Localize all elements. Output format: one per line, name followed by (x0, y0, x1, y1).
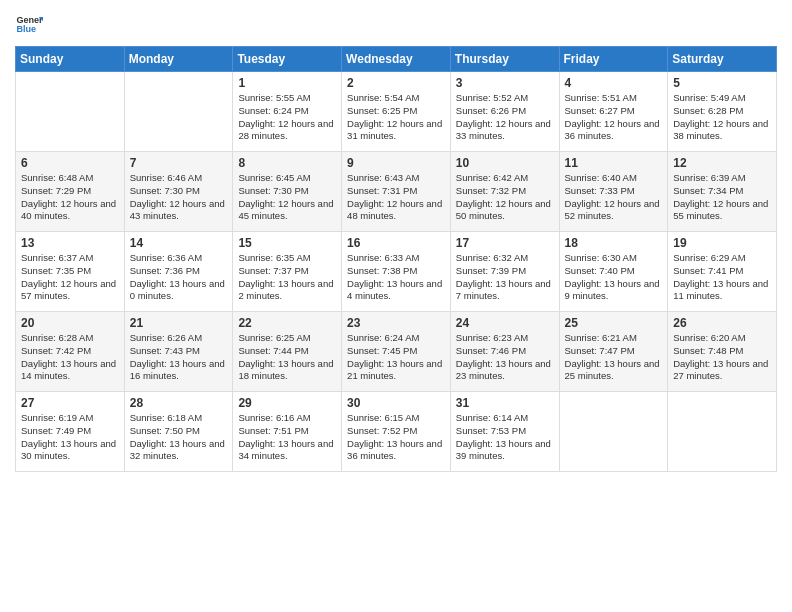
calendar-day-1: 1Sunrise: 5:55 AMSunset: 6:24 PMDaylight… (233, 72, 342, 152)
day-info: Sunrise: 6:26 AMSunset: 7:43 PMDaylight:… (130, 332, 228, 383)
calendar-week-row: 27Sunrise: 6:19 AMSunset: 7:49 PMDayligh… (16, 392, 777, 472)
day-number: 14 (130, 236, 228, 250)
weekday-header-row: SundayMondayTuesdayWednesdayThursdayFrid… (16, 47, 777, 72)
day-number: 12 (673, 156, 771, 170)
day-info: Sunrise: 6:15 AMSunset: 7:52 PMDaylight:… (347, 412, 445, 463)
calendar-empty-cell (16, 72, 125, 152)
calendar-day-19: 19Sunrise: 6:29 AMSunset: 7:41 PMDayligh… (668, 232, 777, 312)
calendar-week-row: 13Sunrise: 6:37 AMSunset: 7:35 PMDayligh… (16, 232, 777, 312)
day-info: Sunrise: 5:55 AMSunset: 6:24 PMDaylight:… (238, 92, 336, 143)
day-number: 13 (21, 236, 119, 250)
day-number: 8 (238, 156, 336, 170)
day-info: Sunrise: 6:42 AMSunset: 7:32 PMDaylight:… (456, 172, 554, 223)
calendar-day-16: 16Sunrise: 6:33 AMSunset: 7:38 PMDayligh… (342, 232, 451, 312)
calendar-day-27: 27Sunrise: 6:19 AMSunset: 7:49 PMDayligh… (16, 392, 125, 472)
calendar-day-13: 13Sunrise: 6:37 AMSunset: 7:35 PMDayligh… (16, 232, 125, 312)
day-info: Sunrise: 6:20 AMSunset: 7:48 PMDaylight:… (673, 332, 771, 383)
day-number: 17 (456, 236, 554, 250)
calendar-day-31: 31Sunrise: 6:14 AMSunset: 7:53 PMDayligh… (450, 392, 559, 472)
day-info: Sunrise: 6:43 AMSunset: 7:31 PMDaylight:… (347, 172, 445, 223)
day-number: 21 (130, 316, 228, 330)
day-number: 28 (130, 396, 228, 410)
calendar-day-11: 11Sunrise: 6:40 AMSunset: 7:33 PMDayligh… (559, 152, 668, 232)
day-info: Sunrise: 5:51 AMSunset: 6:27 PMDaylight:… (565, 92, 663, 143)
day-info: Sunrise: 6:29 AMSunset: 7:41 PMDaylight:… (673, 252, 771, 303)
calendar-day-29: 29Sunrise: 6:16 AMSunset: 7:51 PMDayligh… (233, 392, 342, 472)
day-info: Sunrise: 6:39 AMSunset: 7:34 PMDaylight:… (673, 172, 771, 223)
day-number: 6 (21, 156, 119, 170)
weekday-header-saturday: Saturday (668, 47, 777, 72)
day-info: Sunrise: 6:21 AMSunset: 7:47 PMDaylight:… (565, 332, 663, 383)
calendar-week-row: 1Sunrise: 5:55 AMSunset: 6:24 PMDaylight… (16, 72, 777, 152)
day-info: Sunrise: 6:28 AMSunset: 7:42 PMDaylight:… (21, 332, 119, 383)
day-info: Sunrise: 6:32 AMSunset: 7:39 PMDaylight:… (456, 252, 554, 303)
day-number: 22 (238, 316, 336, 330)
calendar-day-26: 26Sunrise: 6:20 AMSunset: 7:48 PMDayligh… (668, 312, 777, 392)
day-info: Sunrise: 6:45 AMSunset: 7:30 PMDaylight:… (238, 172, 336, 223)
calendar-day-5: 5Sunrise: 5:49 AMSunset: 6:28 PMDaylight… (668, 72, 777, 152)
day-number: 23 (347, 316, 445, 330)
day-number: 2 (347, 76, 445, 90)
day-info: Sunrise: 6:36 AMSunset: 7:36 PMDaylight:… (130, 252, 228, 303)
day-info: Sunrise: 5:54 AMSunset: 6:25 PMDaylight:… (347, 92, 445, 143)
day-number: 4 (565, 76, 663, 90)
day-number: 26 (673, 316, 771, 330)
calendar-empty-cell (559, 392, 668, 472)
day-info: Sunrise: 6:33 AMSunset: 7:38 PMDaylight:… (347, 252, 445, 303)
calendar-day-2: 2Sunrise: 5:54 AMSunset: 6:25 PMDaylight… (342, 72, 451, 152)
day-info: Sunrise: 5:49 AMSunset: 6:28 PMDaylight:… (673, 92, 771, 143)
day-number: 10 (456, 156, 554, 170)
day-info: Sunrise: 6:18 AMSunset: 7:50 PMDaylight:… (130, 412, 228, 463)
day-info: Sunrise: 6:30 AMSunset: 7:40 PMDaylight:… (565, 252, 663, 303)
calendar-day-12: 12Sunrise: 6:39 AMSunset: 7:34 PMDayligh… (668, 152, 777, 232)
day-info: Sunrise: 6:23 AMSunset: 7:46 PMDaylight:… (456, 332, 554, 383)
calendar-day-24: 24Sunrise: 6:23 AMSunset: 7:46 PMDayligh… (450, 312, 559, 392)
day-number: 9 (347, 156, 445, 170)
day-info: Sunrise: 6:40 AMSunset: 7:33 PMDaylight:… (565, 172, 663, 223)
day-info: Sunrise: 6:46 AMSunset: 7:30 PMDaylight:… (130, 172, 228, 223)
day-number: 11 (565, 156, 663, 170)
day-info: Sunrise: 6:48 AMSunset: 7:29 PMDaylight:… (21, 172, 119, 223)
weekday-header-monday: Monday (124, 47, 233, 72)
calendar-day-8: 8Sunrise: 6:45 AMSunset: 7:30 PMDaylight… (233, 152, 342, 232)
day-info: Sunrise: 6:37 AMSunset: 7:35 PMDaylight:… (21, 252, 119, 303)
calendar-day-17: 17Sunrise: 6:32 AMSunset: 7:39 PMDayligh… (450, 232, 559, 312)
day-number: 7 (130, 156, 228, 170)
calendar-empty-cell (668, 392, 777, 472)
calendar-week-row: 6Sunrise: 6:48 AMSunset: 7:29 PMDaylight… (16, 152, 777, 232)
day-number: 5 (673, 76, 771, 90)
day-number: 31 (456, 396, 554, 410)
header: General Blue (15, 10, 777, 38)
day-info: Sunrise: 6:16 AMSunset: 7:51 PMDaylight:… (238, 412, 336, 463)
logo: General Blue (15, 10, 45, 38)
calendar-day-21: 21Sunrise: 6:26 AMSunset: 7:43 PMDayligh… (124, 312, 233, 392)
day-info: Sunrise: 6:14 AMSunset: 7:53 PMDaylight:… (456, 412, 554, 463)
day-number: 25 (565, 316, 663, 330)
day-info: Sunrise: 5:52 AMSunset: 6:26 PMDaylight:… (456, 92, 554, 143)
calendar-week-row: 20Sunrise: 6:28 AMSunset: 7:42 PMDayligh… (16, 312, 777, 392)
calendar-day-25: 25Sunrise: 6:21 AMSunset: 7:47 PMDayligh… (559, 312, 668, 392)
day-number: 29 (238, 396, 336, 410)
day-number: 24 (456, 316, 554, 330)
day-number: 30 (347, 396, 445, 410)
calendar-day-6: 6Sunrise: 6:48 AMSunset: 7:29 PMDaylight… (16, 152, 125, 232)
calendar-day-4: 4Sunrise: 5:51 AMSunset: 6:27 PMDaylight… (559, 72, 668, 152)
day-number: 19 (673, 236, 771, 250)
calendar-day-23: 23Sunrise: 6:24 AMSunset: 7:45 PMDayligh… (342, 312, 451, 392)
weekday-header-wednesday: Wednesday (342, 47, 451, 72)
weekday-header-friday: Friday (559, 47, 668, 72)
calendar-day-18: 18Sunrise: 6:30 AMSunset: 7:40 PMDayligh… (559, 232, 668, 312)
calendar-empty-cell (124, 72, 233, 152)
weekday-header-thursday: Thursday (450, 47, 559, 72)
logo-icon: General Blue (15, 10, 43, 38)
page: General Blue SundayMondayTuesdayWednesda… (0, 0, 792, 612)
day-number: 15 (238, 236, 336, 250)
svg-text:General: General (16, 15, 43, 25)
day-number: 1 (238, 76, 336, 90)
day-info: Sunrise: 6:19 AMSunset: 7:49 PMDaylight:… (21, 412, 119, 463)
calendar-day-30: 30Sunrise: 6:15 AMSunset: 7:52 PMDayligh… (342, 392, 451, 472)
day-info: Sunrise: 6:25 AMSunset: 7:44 PMDaylight:… (238, 332, 336, 383)
weekday-header-tuesday: Tuesday (233, 47, 342, 72)
day-number: 27 (21, 396, 119, 410)
calendar-day-10: 10Sunrise: 6:42 AMSunset: 7:32 PMDayligh… (450, 152, 559, 232)
